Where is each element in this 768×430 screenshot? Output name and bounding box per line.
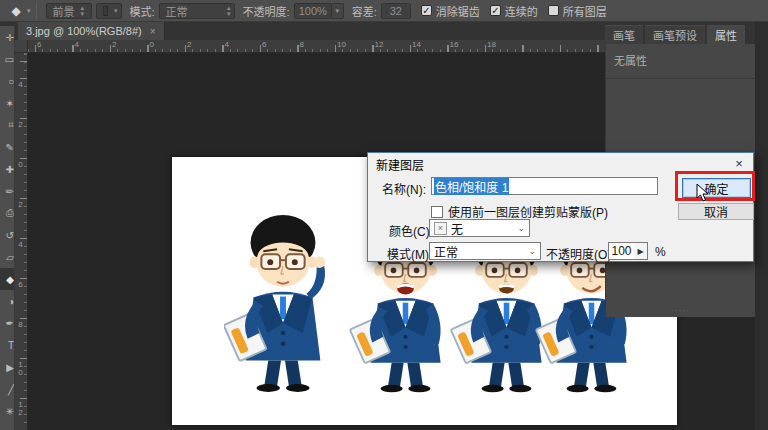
ruler-number: 2	[187, 40, 191, 49]
ruler-number: 4	[16, 240, 24, 248]
antialias-checkbox[interactable]: ✓ 消除锯齿	[421, 3, 480, 19]
dialog-opacity-label: 不透明度(O):	[546, 245, 615, 262]
ruler-number: 10	[16, 360, 24, 376]
pattern-swatch-select[interactable]: ▾	[96, 3, 122, 19]
separator	[36, 3, 37, 19]
mouse-cursor	[696, 183, 710, 203]
name-label: 名称(N):	[382, 180, 426, 197]
ruler-number: 6	[262, 40, 266, 49]
tab-close-icon[interactable]: ×	[150, 26, 156, 37]
pattern-swatch	[103, 6, 108, 16]
mode-select[interactable]: 正常▴▾	[159, 3, 235, 19]
photoshop-window: ◆ ▾ 前景▴▾ ▾ 模式: 正常▴▾ 不透明度: 100% ▾ 容差: 32 …	[0, 0, 768, 430]
chevron-down-icon: ⌄	[528, 246, 536, 256]
lasso-tool-icon[interactable]: ○	[0, 70, 15, 92]
tool-preset-caret-icon[interactable]: ▾	[27, 7, 31, 15]
eyedropper-tool-icon[interactable]: ✎	[0, 136, 15, 158]
paint-bucket-tool-icon[interactable]: ◆	[0, 268, 15, 290]
ruler-number: 6	[16, 280, 24, 288]
cancel-button[interactable]: 取消	[678, 203, 754, 220]
dialog-title: 新建图层	[376, 156, 424, 173]
opacity-dropdown-icon[interactable]: ▾	[332, 3, 344, 19]
ruler-number: 4	[225, 40, 229, 49]
color-label: 颜色(C):	[389, 222, 433, 239]
clip-mask-checkbox[interactable]: 使用前一图层创建剪贴蒙版(P)	[431, 203, 608, 220]
ruler-number: 0	[16, 160, 24, 168]
hand-tool-icon[interactable]: ✳	[0, 400, 15, 422]
opacity-spinner-icon[interactable]: ▶	[634, 242, 648, 260]
ruler-number: 4	[16, 80, 24, 88]
all-layers-checkbox[interactable]: 所有图层	[548, 3, 607, 19]
dialog-close-icon[interactable]: ×	[731, 155, 747, 171]
annotation-highlight-box	[675, 171, 755, 201]
marquee-tool-icon[interactable]: ▭	[0, 48, 15, 70]
ruler-number: 0	[150, 40, 154, 49]
chevron-down-icon: ⌄	[517, 223, 525, 233]
ruler-number: 16	[450, 40, 459, 49]
pen-tool-icon[interactable]: ✒	[0, 312, 15, 334]
new-layer-dialog: 新建图层 × 名称(N): 色相/饱和度 1 确定 使用前一图层创建剪贴蒙版(P…	[367, 152, 754, 262]
ruler-number: 8	[300, 40, 304, 49]
paint-bucket-icon[interactable]: ◆	[6, 3, 26, 19]
panel-resize-grip[interactable]: ·····	[671, 306, 689, 315]
crop-tool-icon[interactable]: ⌗	[0, 114, 15, 136]
blend-mode-label: 模式(M):	[387, 245, 432, 262]
panel-tab-bar: 画笔 画笔预设 属性	[605, 25, 755, 44]
tab-brush-presets[interactable]: 画笔预设	[645, 25, 705, 44]
none-x-icon: ×	[434, 222, 447, 235]
eraser-tool-icon[interactable]: ▱	[0, 246, 15, 268]
ruler-number: 2	[16, 120, 24, 128]
tolerance-input[interactable]: 32	[381, 3, 411, 19]
ruler-vertical[interactable]: 42024681012	[15, 53, 28, 430]
tab-brush[interactable]: 画笔	[605, 25, 643, 44]
shape-tool-icon[interactable]: ╱	[0, 378, 15, 400]
tolerance-label: 容差:	[352, 3, 377, 19]
layer-name-input[interactable]: 色相/饱和度 1	[431, 177, 658, 195]
ruler-origin-box[interactable]	[15, 40, 28, 53]
cartoon-businessman-1	[224, 203, 342, 395]
window-right-edge	[755, 22, 768, 430]
fill-source-select[interactable]: 前景▴▾	[46, 3, 92, 19]
percent-sign: %	[655, 245, 666, 259]
ruler-number: 6	[37, 40, 41, 49]
selected-text: 色相/饱和度 1	[434, 178, 509, 195]
history-brush-tool-icon[interactable]: ↺	[0, 224, 15, 246]
color-select[interactable]: × 无 ⌄	[429, 219, 530, 237]
ruler-number: 12	[16, 400, 24, 416]
ruler-number: 8	[16, 320, 24, 328]
contiguous-checkbox[interactable]: ✓ 连续的	[490, 3, 538, 19]
tools-panel: ✛▭○✶⌗✎✚✏⎙↺▱◆◑✒T▶╱✳	[0, 26, 15, 430]
ruler-number: 18	[487, 40, 496, 49]
quick-select-tool-icon[interactable]: ✶	[0, 92, 15, 114]
blend-mode-select[interactable]: 正常 ⌄	[429, 242, 541, 260]
path-select-tool-icon[interactable]: ▶	[0, 356, 15, 378]
ruler-number: 14	[412, 40, 421, 49]
ruler-number: 2	[112, 40, 116, 49]
no-properties-text: 无属性	[606, 44, 755, 79]
brush-tool-icon[interactable]: ✏	[0, 180, 15, 202]
type-tool-icon[interactable]: T	[0, 334, 15, 356]
ruler-number: 4	[75, 40, 79, 49]
mode-label: 模式:	[130, 3, 155, 19]
options-bar: ◆ ▾ 前景▴▾ ▾ 模式: 正常▴▾ 不透明度: 100% ▾ 容差: 32 …	[0, 0, 768, 22]
dialog-opacity-input[interactable]: 100	[608, 242, 635, 260]
document-tab[interactable]: 3.jpg @ 100%(RGB/8#) ×	[18, 22, 165, 40]
healing-brush-tool-icon[interactable]: ✚	[0, 158, 15, 180]
ruler-number: 10	[337, 40, 346, 49]
tab-properties[interactable]: 属性	[707, 25, 745, 44]
dodge-tool-icon[interactable]: ◑	[0, 290, 15, 312]
clone-stamp-tool-icon[interactable]: ⎙	[0, 202, 15, 224]
ruler-horizontal[interactable]: 642024681012141618	[28, 40, 605, 53]
ruler-number: 12	[375, 40, 384, 49]
ruler-number: 2	[16, 200, 24, 208]
opacity-value[interactable]: 100%	[294, 3, 332, 19]
opacity-label: 不透明度:	[243, 3, 290, 19]
move-tool-icon[interactable]: ✛	[0, 26, 15, 48]
